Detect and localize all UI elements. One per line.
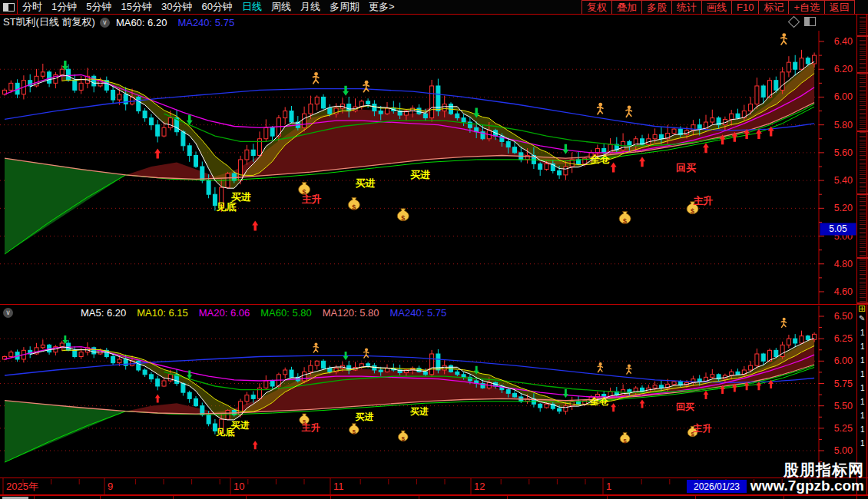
signal-label: 买进 bbox=[231, 420, 250, 431]
period-nav: 分时1分钟5分钟15分钟30分钟60分钟日线周线月线多周期更多> bbox=[18, 0, 399, 14]
walking-person-icon bbox=[626, 105, 631, 117]
toolbar-button-返回[interactable]: 返回 bbox=[824, 0, 855, 14]
walking-person-icon bbox=[313, 72, 319, 84]
period-tab-日线[interactable]: 日线 bbox=[237, 0, 267, 14]
time-axis-label: 2025年 bbox=[6, 481, 38, 492]
toolbar-button-复权[interactable]: 复权 bbox=[581, 0, 612, 14]
grid-icon[interactable]: ⊞ bbox=[858, 304, 866, 313]
strip-digit: 1 bbox=[860, 382, 865, 395]
time-axis-label: 9 bbox=[108, 481, 113, 492]
diamond-icon[interactable] bbox=[788, 15, 800, 28]
period-tab-周线[interactable]: 周线 bbox=[267, 0, 296, 14]
vertical-red-text bbox=[860, 17, 866, 302]
time-axis-label: 10 bbox=[234, 481, 244, 492]
signal-label: 买进 bbox=[356, 411, 374, 422]
chevron-down-icon[interactable]: ∨ bbox=[3, 308, 13, 318]
indicator-title: 股朋指标网 bbox=[19, 305, 81, 321]
candlestick-chart[interactable]: $$$$$见底买进主升买进买进全仓回买主升6.406.206.005.805.6… bbox=[0, 0, 868, 499]
price-axis-label: 6.20 bbox=[834, 64, 853, 74]
signal-label: 买进 bbox=[410, 169, 430, 180]
price-axis-label: 6.25 bbox=[834, 333, 853, 344]
signal-label: 回买 bbox=[676, 402, 694, 412]
split-pane-icon[interactable] bbox=[0, 0, 18, 14]
period-tab-更多>[interactable]: 更多> bbox=[364, 0, 399, 14]
signal-label: 主升 bbox=[302, 193, 322, 205]
strip-digit-column: 111111111 bbox=[860, 326, 865, 451]
price-axis-label: 6.00 bbox=[834, 91, 853, 102]
price-axis-label: 5.40 bbox=[834, 175, 853, 186]
toolbar-button-+自选[interactable]: +自选 bbox=[788, 0, 825, 14]
signal-label: 全仓 bbox=[589, 154, 610, 165]
ma-value-label: MA60: 5.80 bbox=[260, 307, 312, 319]
period-tab-多周期[interactable]: 多周期 bbox=[325, 0, 364, 14]
stock-title: ST凯利(日线 前复权) bbox=[3, 15, 95, 29]
pencil-icon[interactable]: ✎ bbox=[859, 315, 865, 322]
walking-person-icon bbox=[781, 318, 786, 328]
price-axis-label: 5.50 bbox=[834, 401, 853, 411]
toolbar-button-多股[interactable]: 多股 bbox=[641, 0, 672, 14]
main-ma-labels: MA60: 6.20MA240: 5.75 bbox=[116, 15, 245, 29]
chart-panel-2: $$$$$见底买进主升买进买进全仓回买主升 bbox=[0, 318, 819, 462]
money-bag-icon: $ bbox=[398, 431, 408, 442]
toolbar-button-叠加[interactable]: 叠加 bbox=[611, 0, 642, 14]
price-axis-label: 5.75 bbox=[834, 378, 853, 389]
strip-digit: 1 bbox=[860, 395, 865, 409]
money-bag-icon: $ bbox=[619, 211, 631, 225]
toolbar-button-统计[interactable]: 统计 bbox=[671, 0, 702, 14]
period-tab-60分钟[interactable]: 60分钟 bbox=[197, 0, 237, 14]
price-axis-label: 5.00 bbox=[834, 445, 853, 456]
walking-person-icon bbox=[313, 342, 318, 352]
walking-person-icon bbox=[627, 364, 631, 374]
sub-ma-labels: MA5: 6.20MA10: 6.15MA20: 6.06MA60: 5.80M… bbox=[81, 306, 457, 319]
money-bag-icon: $ bbox=[620, 432, 630, 444]
time-axis-label: 1 bbox=[606, 481, 611, 492]
walking-person-icon bbox=[781, 33, 787, 45]
period-tab-月线[interactable]: 月线 bbox=[296, 0, 325, 14]
period-tab-1分钟[interactable]: 1分钟 bbox=[47, 0, 81, 14]
period-tab-15分钟[interactable]: 15分钟 bbox=[116, 0, 156, 14]
right-vertical-strip[interactable]: ⊞ ✎ 111111111 bbox=[856, 0, 868, 499]
signal-label: 买进 bbox=[231, 191, 251, 203]
signal-label: 全仓 bbox=[589, 396, 609, 407]
title-row-icons bbox=[790, 17, 816, 26]
period-tab-5分钟[interactable]: 5分钟 bbox=[81, 0, 116, 14]
svg-text:$: $ bbox=[401, 214, 405, 222]
strip-digit: 1 bbox=[860, 368, 865, 382]
bottom-tab-row-cutoff bbox=[0, 495, 868, 499]
walking-person-icon bbox=[598, 362, 602, 372]
watermark-site-name: 股朋指标网 bbox=[750, 462, 864, 479]
toolbar-button-F10[interactable]: F10 bbox=[731, 0, 759, 14]
strip-digit: 1 bbox=[860, 326, 865, 340]
ma-value-label: MA240: 5.75 bbox=[177, 17, 234, 28]
strip-digit: 1 bbox=[860, 437, 865, 451]
stock-app-window: $$$$$见底买进主升买进买进全仓回买主升6.406.206.005.805.6… bbox=[0, 0, 868, 499]
svg-text:5.05: 5.05 bbox=[829, 223, 847, 234]
strip-digit: 1 bbox=[860, 423, 865, 437]
chevron-down-icon[interactable]: ∨ bbox=[100, 18, 110, 28]
split-view-icon[interactable] bbox=[804, 17, 816, 26]
period-tab-分时[interactable]: 分时 bbox=[18, 0, 47, 14]
price-axis-label: 6.00 bbox=[834, 355, 853, 366]
strip-digit: 1 bbox=[860, 409, 865, 423]
price-axis-label: 5.60 bbox=[834, 147, 853, 158]
money-bag-icon: $ bbox=[397, 209, 409, 223]
toolbar-buttons: 复权叠加多股统计画线F10标记+自选返回 bbox=[582, 0, 855, 14]
period-tab-30分钟[interactable]: 30分钟 bbox=[157, 0, 197, 14]
watermark: 股朋指标网 www.7gpzb.com bbox=[750, 462, 864, 494]
ma-value-label: MA240: 5.75 bbox=[389, 307, 446, 319]
money-bag-icon: $ bbox=[349, 424, 359, 435]
walking-person-icon bbox=[364, 348, 369, 358]
price-axis-label: 6.50 bbox=[834, 311, 853, 322]
toolbar-button-标记[interactable]: 标记 bbox=[758, 0, 789, 14]
svg-text:$: $ bbox=[352, 203, 356, 211]
strip-digit: 1 bbox=[860, 340, 865, 354]
signal-label: 主升 bbox=[693, 195, 713, 207]
svg-text:$: $ bbox=[691, 207, 694, 215]
price-axis-label: 4.60 bbox=[834, 286, 853, 297]
signal-label: 主升 bbox=[692, 423, 711, 434]
signal-label: 主升 bbox=[301, 422, 320, 433]
toolbar-button-画线[interactable]: 画线 bbox=[701, 0, 732, 14]
walking-person-icon bbox=[598, 103, 603, 114]
price-axis-label: 4.80 bbox=[834, 259, 853, 269]
money-bag-icon: $ bbox=[348, 197, 359, 211]
